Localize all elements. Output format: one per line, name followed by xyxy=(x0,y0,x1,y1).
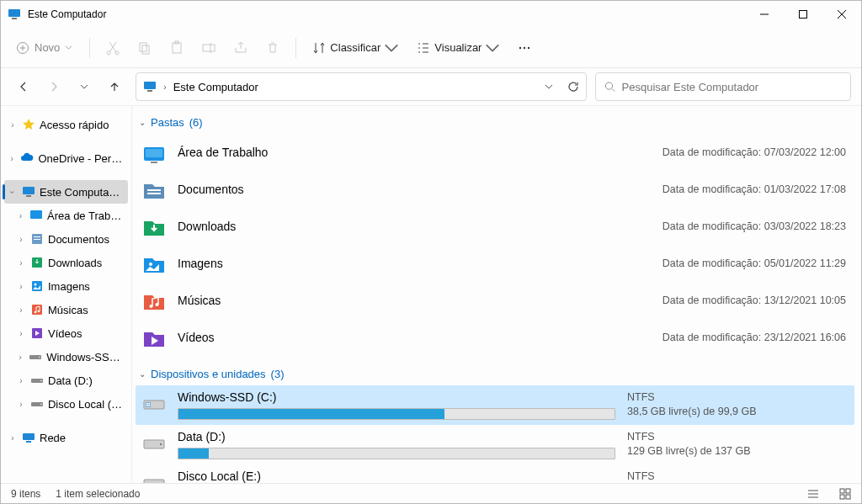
sidebar-item-child[interactable]: › Vídeos xyxy=(4,321,128,345)
view-button[interactable]: Visualizar xyxy=(409,33,507,63)
expand-icon[interactable]: › xyxy=(8,433,18,443)
expand-icon[interactable]: › xyxy=(16,376,26,385)
details-view-icon[interactable] xyxy=(807,488,819,500)
address-bar[interactable]: › Este Computador xyxy=(136,72,587,101)
sidebar-item-quick-access[interactable]: › Acesso rápido xyxy=(4,113,128,136)
chevron-down-icon xyxy=(384,40,399,56)
expand-icon[interactable]: › xyxy=(16,400,26,409)
documents-icon xyxy=(30,232,44,246)
sidebar-item-this-pc[interactable]: › Este Computador xyxy=(4,180,128,204)
maximize-button[interactable] xyxy=(784,1,822,28)
back-button[interactable] xyxy=(16,79,31,94)
folder-name: Documentos xyxy=(178,183,652,196)
expand-icon[interactable]: › xyxy=(8,120,18,130)
expand-icon[interactable]: › xyxy=(16,258,26,268)
recent-button[interactable] xyxy=(77,79,92,94)
drive-row[interactable]: Disco Local (E:) NTFS 237 GB livre(s) de… xyxy=(136,464,854,483)
folder-name: Imagens xyxy=(178,257,652,270)
svg-point-42 xyxy=(149,263,152,266)
sidebar-item-child[interactable]: › Área de Trabalho xyxy=(4,204,128,227)
minimize-button[interactable] xyxy=(745,1,784,28)
sidebar-item-child[interactable]: › Documentos xyxy=(4,227,128,251)
drive-row[interactable]: Data (D:) NTFS 129 GB livre(s) de 137 GB xyxy=(136,425,854,464)
chevron-down-icon xyxy=(65,44,72,51)
svg-point-11 xyxy=(519,46,521,48)
svg-point-44 xyxy=(156,303,159,306)
expand-icon[interactable]: › xyxy=(16,329,26,338)
folder-row[interactable]: Área de Trabalho Data de modificação: 07… xyxy=(136,134,854,171)
search-input[interactable] xyxy=(622,81,842,93)
svg-rect-50 xyxy=(148,405,150,406)
rename-button[interactable] xyxy=(194,33,223,63)
sidebar-item-onedrive[interactable]: › OneDrive - Personal xyxy=(4,146,128,170)
copy-icon xyxy=(137,40,152,56)
drive-icon xyxy=(30,374,44,387)
svg-rect-7 xyxy=(142,45,149,54)
folder-meta: Data de modificação: 01/03/2022 17:08 xyxy=(662,183,846,195)
sidebar-item-child[interactable]: › Imagens xyxy=(4,274,128,298)
expand-icon[interactable]: › xyxy=(8,154,16,163)
delete-button[interactable] xyxy=(258,33,287,63)
svg-rect-40 xyxy=(147,189,161,191)
collapse-icon[interactable]: › xyxy=(8,187,17,197)
svg-point-16 xyxy=(605,82,612,89)
cut-button[interactable] xyxy=(98,33,127,63)
folder-row[interactable]: Documentos Data de modificação: 01/03/20… xyxy=(136,171,854,208)
copy-button[interactable] xyxy=(130,33,159,63)
drive-free-space: 129 GB livre(s) de 137 GB xyxy=(627,445,846,457)
forward-button[interactable] xyxy=(46,79,61,94)
close-button[interactable] xyxy=(822,1,861,28)
sidebar-item-network[interactable]: › Rede xyxy=(4,426,128,449)
expand-icon[interactable]: › xyxy=(16,353,24,362)
expand-icon[interactable]: › xyxy=(16,305,26,315)
share-icon xyxy=(233,40,248,56)
folder-row[interactable]: Músicas Data de modificação: 13/12/2021 … xyxy=(136,282,854,319)
desktop-folder-icon xyxy=(141,139,168,166)
nav-bar: › Este Computador xyxy=(1,68,861,105)
chevron-down-icon[interactable] xyxy=(544,82,554,92)
svg-rect-55 xyxy=(840,489,844,493)
expand-icon[interactable]: › xyxy=(16,211,25,220)
search-box[interactable] xyxy=(595,72,851,101)
expand-icon[interactable]: › xyxy=(16,282,26,291)
drive-filesystem: NTFS xyxy=(627,431,846,443)
sidebar-item-child[interactable]: › Downloads xyxy=(4,251,128,274)
share-button[interactable] xyxy=(226,33,255,63)
sidebar-item-child[interactable]: › Data (D:) xyxy=(4,369,128,392)
sidebar-item-child[interactable]: › Músicas xyxy=(4,298,128,321)
sidebar-item-child[interactable]: › Disco Local (E:) xyxy=(4,392,128,416)
svg-rect-24 xyxy=(32,281,42,291)
folder-meta: Data de modificação: 23/12/2021 16:06 xyxy=(662,332,846,343)
folder-row[interactable]: Vídeos Data de modificação: 23/12/2021 1… xyxy=(136,319,854,356)
chevron-down-icon xyxy=(485,40,500,56)
main-content: ⌄ Pastas (6) Área de Trabalho Data de mo… xyxy=(132,106,861,483)
status-item-count: 9 itens xyxy=(11,488,40,500)
folder-row[interactable]: Downloads Data de modificação: 03/03/202… xyxy=(136,208,854,245)
this-pc-icon xyxy=(143,80,157,93)
folder-row[interactable]: Imagens Data de modificação: 05/01/2022 … xyxy=(136,245,854,282)
new-button[interactable]: Novo xyxy=(8,34,81,62)
drive-icon xyxy=(141,470,168,483)
tiles-view-icon[interactable] xyxy=(839,488,851,500)
folder-meta: Data de modificação: 13/12/2021 10:05 xyxy=(662,294,846,306)
refresh-icon[interactable] xyxy=(567,81,579,93)
drive-row[interactable]: Windows-SSD (C:) NTFS 38,5 GB livre(s) d… xyxy=(136,385,854,425)
svg-point-5 xyxy=(115,51,119,55)
more-button[interactable] xyxy=(510,33,539,63)
group-header-devices[interactable]: ⌄ Dispositivos e unidades (3) xyxy=(136,364,854,385)
sort-button[interactable]: Classificar xyxy=(305,33,406,63)
paste-button[interactable] xyxy=(162,33,191,63)
plus-circle-icon xyxy=(16,41,29,55)
sidebar-item-child[interactable]: › Windows-SSD (C:) xyxy=(4,345,128,369)
expand-icon[interactable]: › xyxy=(16,235,26,244)
svg-rect-26 xyxy=(32,305,42,315)
group-header-folders[interactable]: ⌄ Pastas (6) xyxy=(136,113,854,134)
breadcrumb[interactable]: Este Computador xyxy=(173,81,258,93)
folder-meta: Data de modificação: 05/01/2022 11:29 xyxy=(662,257,846,269)
up-button[interactable] xyxy=(107,79,122,94)
drive-icon xyxy=(30,397,44,411)
svg-rect-6 xyxy=(140,43,146,51)
chevron-down-icon: ⌄ xyxy=(139,118,146,127)
music-icon xyxy=(30,303,44,316)
svg-point-31 xyxy=(39,357,40,358)
